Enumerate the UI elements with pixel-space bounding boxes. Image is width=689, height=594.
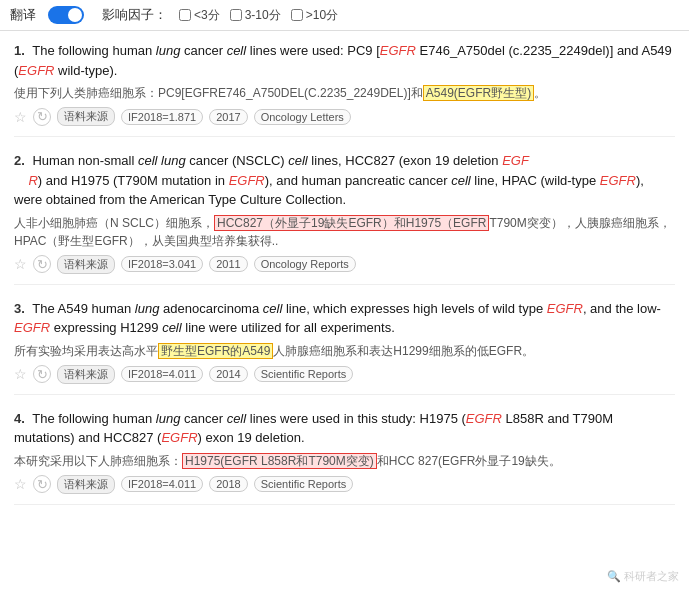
year-tag-3: 2014 [209, 366, 247, 382]
cell-italic-1: cell [227, 43, 247, 58]
journal-tag-4: Scientific Reports [254, 476, 354, 492]
filter-3-10-checkbox[interactable] [230, 9, 242, 21]
journal-tag-1: Oncology Letters [254, 109, 351, 125]
year-tag-4: 2018 [209, 476, 247, 492]
recycle-icon-3[interactable]: ↻ [33, 365, 51, 383]
source-tag-2[interactable]: 语料来源 [57, 255, 115, 274]
egfr-red-9: EGFR [161, 430, 197, 445]
lung-italic-4: lung [156, 411, 181, 426]
cell-italic-2: cell [288, 153, 308, 168]
translate-label: 翻译 [10, 6, 36, 24]
star-icon-2[interactable]: ☆ [14, 256, 27, 272]
filter-label: 影响因子： [102, 6, 167, 24]
cell-italic-4: cell [263, 301, 283, 316]
filter-gt10[interactable]: >10分 [291, 7, 338, 24]
filter-lt3-checkbox[interactable] [179, 9, 191, 21]
lung-italic-1: lung [156, 43, 181, 58]
result-2-chinese: 人非小细胞肺癌（N SCLC）细胞系，HCC827（外显子19缺失EGFR）和H… [14, 214, 675, 250]
result-item-3: 3. The A549 human lung adenocarcinoma ce… [14, 299, 675, 395]
egfr-red-2: EGFR [18, 63, 54, 78]
egfr-red-8: EGFR [466, 411, 502, 426]
chinese-highlight-4: H1975(EGFR L858R和T790M突变) [182, 453, 377, 469]
filter-gt10-checkbox[interactable] [291, 9, 303, 21]
filter-lt3[interactable]: <3分 [179, 7, 220, 24]
year-tag-2: 2011 [209, 256, 247, 272]
result-item-2: 2. Human non-small cell lung cancer (NSC… [14, 151, 675, 285]
result-1-number: 1. [14, 43, 25, 58]
main-content: 1. The following human lung cancer cell … [0, 31, 689, 529]
cell-italic-6: cell [227, 411, 247, 426]
result-3-english: 3. The A549 human lung adenocarcinoma ce… [14, 299, 675, 338]
result-1-english: 1. The following human lung cancer cell … [14, 41, 675, 80]
star-icon-4[interactable]: ☆ [14, 476, 27, 492]
result-4-english: 4. The following human lung cancer cell … [14, 409, 675, 448]
result-item-1: 1. The following human lung cancer cell … [14, 41, 675, 137]
source-tag-4[interactable]: 语料来源 [57, 475, 115, 494]
if-tag-4: IF2018=4.011 [121, 476, 203, 492]
result-2-meta: ☆ ↻ 语料来源 IF2018=3.041 2011 Oncology Repo… [14, 255, 675, 274]
top-bar: 翻译 影响因子： <3分 3-10分 >10分 [0, 0, 689, 31]
watermark: 🔍 科研者之家 [607, 569, 679, 584]
filter-3-10-label: 3-10分 [245, 7, 281, 24]
result-3-meta: ☆ ↻ 语料来源 IF2018=4.011 2014 Scientific Re… [14, 365, 675, 384]
chinese-highlight-3: 野生型EGFR的A549 [158, 343, 273, 359]
result-4-meta: ☆ ↻ 语料来源 IF2018=4.011 2018 Scientific Re… [14, 475, 675, 494]
cell-italic-5: cell [162, 320, 182, 335]
result-4-number: 4. [14, 411, 25, 426]
filter-lt3-label: <3分 [194, 7, 220, 24]
year-tag-1: 2017 [209, 109, 247, 125]
result-3-chinese: 所有实验均采用表达高水平野生型EGFR的A549人肺腺癌细胞系和表达H1299细… [14, 342, 675, 360]
egfr-red-5: EGFR [600, 173, 636, 188]
result-4-chinese: 本研究采用以下人肺癌细胞系：H1975(EGFR L858R和T790M突变)和… [14, 452, 675, 470]
filter-3-10[interactable]: 3-10分 [230, 7, 281, 24]
source-tag-1[interactable]: 语料来源 [57, 107, 115, 126]
egfr-red-4: EGFR [229, 173, 265, 188]
result-item-4: 4. The following human lung cancer cell … [14, 409, 675, 505]
chinese-highlight-2: HCC827（外显子19缺失EGFR）和H1975（EGFR [214, 215, 489, 231]
recycle-icon-4[interactable]: ↻ [33, 475, 51, 493]
source-tag-3[interactable]: 语料来源 [57, 365, 115, 384]
journal-tag-3: Scientific Reports [254, 366, 354, 382]
recycle-icon-2[interactable]: ↻ [33, 255, 51, 273]
egfr-red-7: EGFR [14, 320, 50, 335]
result-2-english: 2. Human non-small cell lung cancer (NSC… [14, 151, 675, 210]
star-icon-3[interactable]: ☆ [14, 366, 27, 382]
egfr-red-1: EGFR [380, 43, 416, 58]
if-tag-3: IF2018=4.011 [121, 366, 203, 382]
result-3-number: 3. [14, 301, 25, 316]
result-2-number: 2. [14, 153, 25, 168]
cell-italic-3: cell [451, 173, 471, 188]
journal-tag-2: Oncology Reports [254, 256, 356, 272]
lung-italic-3: lung [135, 301, 160, 316]
translate-toggle[interactable] [48, 6, 84, 24]
if-tag-2: IF2018=3.041 [121, 256, 203, 272]
egfr-red-6: EGFR [547, 301, 583, 316]
cell-lung-italic: cell lung [138, 153, 186, 168]
result-1-chinese: 使用下列人类肺癌细胞系：PC9[EGFRE746_A750DEL(C.2235_… [14, 84, 675, 102]
star-icon-1[interactable]: ☆ [14, 109, 27, 125]
filter-gt10-label: >10分 [306, 7, 338, 24]
chinese-highlight-1: A549(EGFR野生型) [423, 85, 534, 101]
if-tag-1: IF2018=1.871 [121, 109, 203, 125]
result-1-meta: ☆ ↻ 语料来源 IF2018=1.871 2017 Oncology Lett… [14, 107, 675, 126]
recycle-icon-1[interactable]: ↻ [33, 108, 51, 126]
filter-group: <3分 3-10分 >10分 [179, 7, 338, 24]
